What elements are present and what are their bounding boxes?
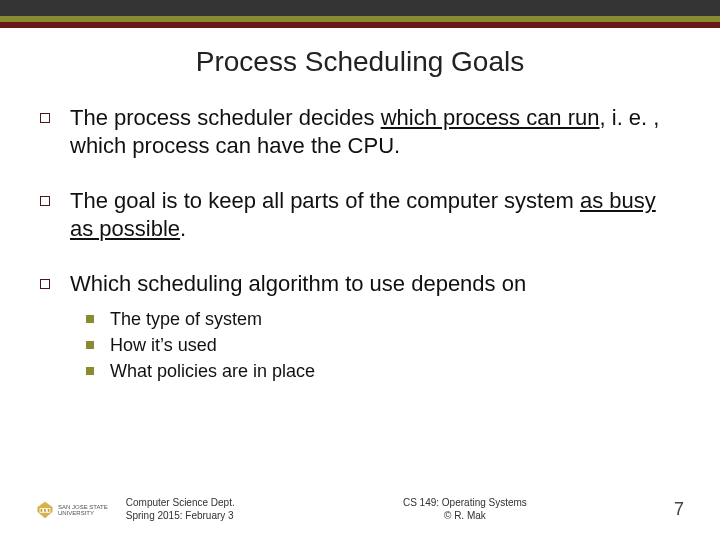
page-number: 7 [654,499,684,520]
square-solid-icon [86,315,94,323]
bullet-3: Which scheduling algorithm to use depend… [40,270,672,298]
bullet-1: The process scheduler decides which proc… [40,104,672,159]
slide-content: The process scheduler decides which proc… [0,104,720,384]
bullet-1-underline: which process can run [381,105,600,130]
top-decoration [0,0,720,28]
bullet-2: The goal is to keep all parts of the com… [40,187,672,242]
sub-bullet-2-text: How it’s used [110,334,217,357]
footer-left: Computer Science Dept. Spring 2015: Febr… [126,497,276,522]
bullet-2-seg1: The goal is to keep all parts of the com… [70,188,580,213]
bullet-3-text: Which scheduling algorithm to use depend… [70,270,526,298]
svg-rect-3 [48,509,50,512]
svg-rect-2 [44,509,46,512]
slide: Process Scheduling Goals The process sch… [0,0,720,540]
sub-bullet-2: How it’s used [86,334,672,357]
footer-course: CS 149: Operating Systems [276,497,654,510]
sub-bullet-1-text: The type of system [110,308,262,331]
bullet-2-seg2: . [180,216,186,241]
square-solid-icon [86,341,94,349]
sub-bullets: The type of system How it’s used What po… [40,308,672,384]
svg-rect-1 [41,509,43,512]
sub-bullet-3: What policies are in place [86,360,672,383]
logo-icon [36,501,54,519]
footer-date: Spring 2015: February 3 [126,510,276,523]
band-dark [0,0,720,16]
slide-title: Process Scheduling Goals [0,46,720,78]
footer: SAN JOSE STATEUNIVERSITY Computer Scienc… [0,497,720,522]
square-bullet-icon [40,196,50,206]
sub-bullet-1: The type of system [86,308,672,331]
band-maroon [0,22,720,28]
bullet-2-text: The goal is to keep all parts of the com… [70,187,672,242]
footer-dept: Computer Science Dept. [126,497,276,510]
footer-center: CS 149: Operating Systems © R. Mak [276,497,654,522]
square-solid-icon [86,367,94,375]
bullet-1-text: The process scheduler decides which proc… [70,104,672,159]
square-bullet-icon [40,113,50,123]
university-logo: SAN JOSE STATEUNIVERSITY [36,501,108,519]
bullet-1-seg1: The process scheduler decides [70,105,381,130]
sub-bullet-3-text: What policies are in place [110,360,315,383]
footer-copyright: © R. Mak [276,510,654,523]
logo-text: SAN JOSE STATEUNIVERSITY [58,504,108,516]
square-bullet-icon [40,279,50,289]
